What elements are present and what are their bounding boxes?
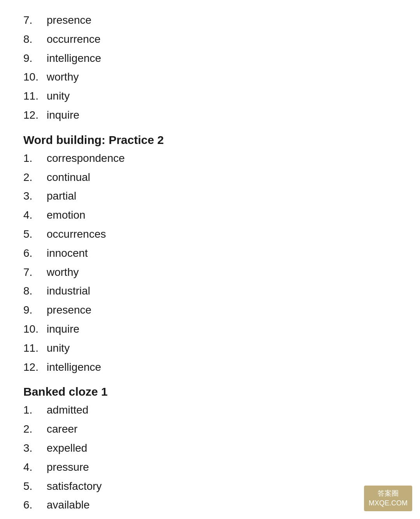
- item-text: unity: [47, 88, 70, 105]
- item-number: 2.: [23, 421, 47, 438]
- item-number: 3.: [23, 188, 47, 205]
- list-item: 5.satisfactory: [23, 478, 397, 495]
- item-number: 10.: [23, 68, 47, 86]
- item-text: presence: [47, 12, 91, 29]
- list-item: 10.inquire: [23, 321, 397, 338]
- item-number: 8.: [23, 282, 47, 300]
- item-text: occurrence: [47, 31, 101, 48]
- item-text: pressure: [47, 459, 89, 476]
- list-section-0: 7.presence8.occurrence9.intelligence10.w…: [23, 12, 397, 124]
- item-text: admitted: [47, 402, 88, 419]
- item-text: correspondence: [47, 150, 125, 167]
- list-item: 12.intelligence: [23, 359, 397, 376]
- item-number: 3.: [23, 440, 47, 457]
- item-number: 6.: [23, 496, 47, 514]
- list-item: 9.intelligence: [23, 50, 397, 67]
- item-text: worthy: [47, 264, 79, 281]
- item-text: expelled: [47, 440, 87, 457]
- list-item: 4.emotion: [23, 207, 397, 224]
- item-text: available: [47, 496, 90, 514]
- list-item: 11.unity: [23, 88, 397, 105]
- list-item: 3.partial: [23, 188, 397, 205]
- item-number: 4.: [23, 459, 47, 476]
- item-number: 8.: [23, 31, 47, 48]
- item-number: 9.: [23, 50, 47, 67]
- list-item: 7.worthy: [23, 264, 397, 281]
- item-text: intelligence: [47, 359, 101, 376]
- list-item: 12.inquire: [23, 107, 397, 124]
- list-item: 4.pressure: [23, 459, 397, 476]
- item-text: innocent: [47, 245, 88, 262]
- item-text: career: [47, 421, 77, 438]
- item-number: 9.: [23, 302, 47, 319]
- item-text: continual: [47, 169, 90, 186]
- list-item: 3.expelled: [23, 440, 397, 457]
- watermark: 答案圈 MXQE.COM: [364, 486, 412, 511]
- list-section-4: 1.admitted2.career3.expelled4.pressure5.…: [23, 402, 397, 514]
- item-number: 10.: [23, 321, 47, 338]
- list-item: 1.admitted: [23, 402, 397, 419]
- item-text: emotion: [47, 207, 86, 224]
- item-number: 7.: [23, 264, 47, 281]
- list-item: 2.career: [23, 421, 397, 438]
- item-number: 2.: [23, 169, 47, 186]
- item-number: 12.: [23, 359, 47, 376]
- item-text: occurrences: [47, 226, 106, 243]
- watermark-line2: MXQE.COM: [369, 498, 408, 508]
- item-number: 12.: [23, 107, 47, 124]
- list-item: 11.unity: [23, 340, 397, 357]
- item-number: 5.: [23, 226, 47, 243]
- list-item: 6.available: [23, 496, 397, 514]
- item-text: satisfactory: [47, 478, 102, 495]
- item-number: 4.: [23, 207, 47, 224]
- item-text: industrial: [47, 282, 90, 300]
- item-number: 11.: [23, 88, 47, 105]
- item-number: 11.: [23, 340, 47, 357]
- list-item: 2.continual: [23, 169, 397, 186]
- item-number: 1.: [23, 150, 47, 167]
- list-section-2: 1.correspondence2.continual3.partial4.em…: [23, 150, 397, 376]
- item-number: 7.: [23, 12, 47, 29]
- section-header-1: Word building: Practice 2: [23, 133, 397, 147]
- item-number: 1.: [23, 402, 47, 419]
- item-text: inquire: [47, 321, 79, 338]
- item-text: worthy: [47, 68, 79, 86]
- list-item: 7.presence: [23, 12, 397, 29]
- list-item: 10.worthy: [23, 68, 397, 86]
- list-item: 6.innocent: [23, 245, 397, 262]
- item-text: partial: [47, 188, 76, 205]
- list-item: 8.industrial: [23, 282, 397, 300]
- section-header-3: Banked cloze 1: [23, 385, 397, 398]
- item-text: presence: [47, 302, 91, 319]
- list-item: 9.presence: [23, 302, 397, 319]
- item-text: unity: [47, 340, 70, 357]
- list-item: 8.occurrence: [23, 31, 397, 48]
- list-item: 5.occurrences: [23, 226, 397, 243]
- item-number: 6.: [23, 245, 47, 262]
- list-item: 1.correspondence: [23, 150, 397, 167]
- watermark-line1: 答案圈: [369, 489, 408, 498]
- item-text: intelligence: [47, 50, 101, 67]
- page-content: 7.presence8.occurrence9.intelligence10.w…: [23, 12, 397, 514]
- item-number: 5.: [23, 478, 47, 495]
- item-text: inquire: [47, 107, 79, 124]
